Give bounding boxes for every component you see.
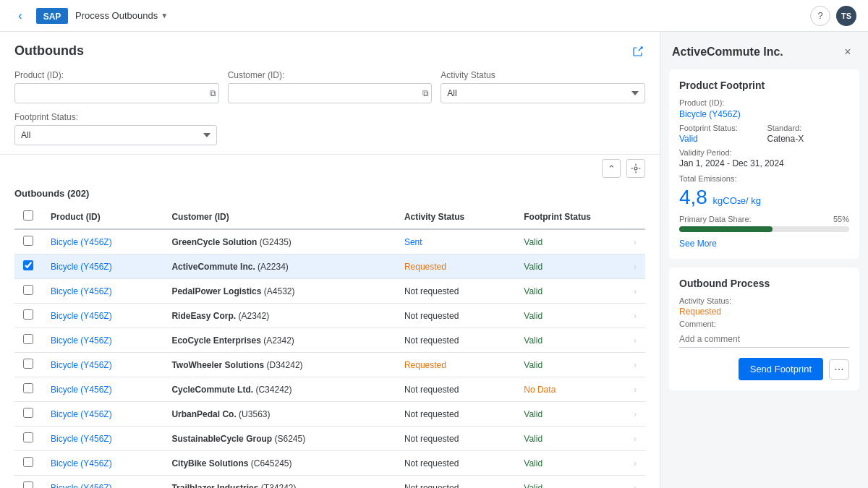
svg-point-2 xyxy=(634,167,637,170)
row-checkbox[interactable] xyxy=(23,432,33,442)
row-activity-status: Not requested xyxy=(396,377,515,402)
activity-status-value: Sent xyxy=(404,237,422,247)
row-checkbox[interactable] xyxy=(23,236,33,246)
product-link[interactable]: Bicycle (Y456Z) xyxy=(51,335,112,346)
footprint-status-select[interactable]: All Valid No Data xyxy=(14,125,217,145)
product-id-value[interactable]: Bicycle (Y456Z) xyxy=(679,109,741,119)
row-nav-arrow[interactable]: › xyxy=(634,483,637,489)
row-checkbox-cell[interactable] xyxy=(14,328,42,353)
row-checkbox-cell[interactable] xyxy=(14,304,42,328)
footprint-status-filter: Footprint Status: All Valid No Data xyxy=(14,112,217,145)
row-customer: TwoWheeler Solutions (D34242) xyxy=(163,353,396,377)
row-checkbox-cell[interactable] xyxy=(14,279,42,304)
row-nav-arrow[interactable]: › xyxy=(634,311,637,321)
row-activity-status: Not requested xyxy=(396,328,515,353)
filters-row1: Product (ID): ⧉ Customer (ID): ⧉ Activit… xyxy=(0,64,660,112)
row-checkbox[interactable] xyxy=(23,260,33,270)
sap-logo: SAP xyxy=(36,8,68,24)
activity-status-select[interactable]: All Sent Requested Not requested xyxy=(441,83,645,103)
back-button[interactable]: ‹ xyxy=(12,7,29,25)
row-checkbox[interactable] xyxy=(23,359,33,369)
page-header: Outbounds xyxy=(0,32,660,64)
avatar[interactable]: TS xyxy=(836,6,856,26)
row-activity-status: Not requested xyxy=(396,451,515,476)
table-toolbar: ⌃ xyxy=(0,154,660,182)
collapse-button[interactable]: ⌃ xyxy=(602,159,621,178)
row-footprint-status: Valid › xyxy=(515,229,645,254)
row-checkbox-cell[interactable] xyxy=(14,402,42,427)
table-row[interactable]: Bicycle (Y456Z) UrbanPedal Co. (U3563) N… xyxy=(14,402,645,427)
row-nav-arrow[interactable]: › xyxy=(634,409,637,419)
row-nav-arrow[interactable]: › xyxy=(634,237,637,247)
table-row[interactable]: Bicycle (Y456Z) GreenCycle Solution (G24… xyxy=(14,229,645,254)
table-row[interactable]: Bicycle (Y456Z) SustainableCycle Group (… xyxy=(14,427,645,451)
product-link[interactable]: Bicycle (Y456Z) xyxy=(51,311,112,321)
product-copy-icon[interactable]: ⧉ xyxy=(210,88,216,98)
activity-status-value: Not requested xyxy=(404,483,459,489)
select-all-header[interactable] xyxy=(14,205,42,229)
right-panel-header: ActiveCommute Inc. × xyxy=(660,32,868,69)
row-checkbox[interactable] xyxy=(23,383,33,393)
table-row[interactable]: Bicycle (Y456Z) PedalPower Logistics (A4… xyxy=(14,279,645,304)
product-link[interactable]: Bicycle (Y456Z) xyxy=(51,237,112,247)
row-activity-status: Not requested xyxy=(396,304,515,328)
row-checkbox-cell[interactable] xyxy=(14,229,42,254)
footprint-col-arrow: Valid › xyxy=(524,483,637,489)
product-link[interactable]: Bicycle (Y456Z) xyxy=(51,360,112,370)
see-more-link[interactable]: See More xyxy=(679,239,717,249)
send-footprint-button[interactable]: Send Footprint xyxy=(739,358,823,380)
row-checkbox-cell[interactable] xyxy=(14,451,42,476)
row-checkbox[interactable] xyxy=(23,481,33,488)
product-link[interactable]: Bicycle (Y456Z) xyxy=(51,483,112,489)
table-row[interactable]: Bicycle (Y456Z) CycleCommute Ltd. (C3424… xyxy=(14,377,645,402)
product-link[interactable]: Bicycle (Y456Z) xyxy=(51,385,112,395)
row-checkbox[interactable] xyxy=(23,285,33,295)
close-panel-button[interactable]: × xyxy=(839,43,856,61)
row-activity-status: Requested xyxy=(396,254,515,279)
help-button[interactable]: ? xyxy=(810,6,830,26)
product-input[interactable] xyxy=(14,83,219,103)
row-nav-arrow[interactable]: › xyxy=(634,360,637,370)
table-row[interactable]: Bicycle (Y456Z) CityBike Solutions (C645… xyxy=(14,451,645,476)
row-nav-arrow[interactable]: › xyxy=(634,335,637,346)
row-nav-arrow[interactable]: › xyxy=(634,262,637,272)
export-button[interactable] xyxy=(631,44,645,59)
row-checkbox[interactable] xyxy=(23,457,33,467)
product-link[interactable]: Bicycle (Y456Z) xyxy=(51,262,112,272)
more-options-button[interactable]: ··· xyxy=(829,359,849,380)
row-checkbox-cell[interactable] xyxy=(14,476,42,489)
comment-label: Comment: xyxy=(679,320,849,328)
table-section: Outbounds (202) Product (ID) Customer (I… xyxy=(0,182,660,488)
customer-input[interactable] xyxy=(228,83,433,103)
table-row[interactable]: Bicycle (Y456Z) ActiveCommute Inc. (A223… xyxy=(14,254,645,279)
select-all-checkbox[interactable] xyxy=(23,210,33,221)
row-checkbox-cell[interactable] xyxy=(14,254,42,279)
row-checkbox-cell[interactable] xyxy=(14,377,42,402)
product-link[interactable]: Bicycle (Y456Z) xyxy=(51,286,112,296)
activity-status-value: Not requested xyxy=(404,385,459,395)
footprint-col-arrow: Valid › xyxy=(524,360,637,370)
row-checkbox[interactable] xyxy=(23,408,33,418)
row-nav-arrow[interactable]: › xyxy=(634,286,637,296)
header-actions: ? TS xyxy=(810,6,856,26)
product-link[interactable]: Bicycle (Y456Z) xyxy=(51,434,112,444)
app-title-dropdown[interactable]: Process Outbounds ▼ xyxy=(75,10,168,21)
product-link[interactable]: Bicycle (Y456Z) xyxy=(51,409,112,419)
product-footprint-card: Product Footprint Product (ID): Bicycle … xyxy=(669,69,859,259)
row-customer: PedalPower Logistics (A4532) xyxy=(163,279,396,304)
table-row[interactable]: Bicycle (Y456Z) RideEasy Corp. (A2342) N… xyxy=(14,304,645,328)
row-checkbox-cell[interactable] xyxy=(14,353,42,377)
table-row[interactable]: Bicycle (Y456Z) TwoWheeler Solutions (D3… xyxy=(14,353,645,377)
product-link[interactable]: Bicycle (Y456Z) xyxy=(51,458,112,468)
table-row[interactable]: Bicycle (Y456Z) EcoCycle Enterprises (A2… xyxy=(14,328,645,353)
table-row[interactable]: Bicycle (Y456Z) Trailblazer Industries (… xyxy=(14,476,645,489)
row-checkbox[interactable] xyxy=(23,309,33,320)
row-checkbox[interactable] xyxy=(23,334,33,344)
row-checkbox-cell[interactable] xyxy=(14,427,42,451)
settings-button[interactable] xyxy=(626,159,645,178)
row-nav-arrow[interactable]: › xyxy=(634,458,637,468)
comment-input[interactable] xyxy=(679,331,849,348)
row-nav-arrow[interactable]: › xyxy=(634,385,637,395)
row-nav-arrow[interactable]: › xyxy=(634,434,637,444)
customer-copy-icon[interactable]: ⧉ xyxy=(422,88,429,98)
